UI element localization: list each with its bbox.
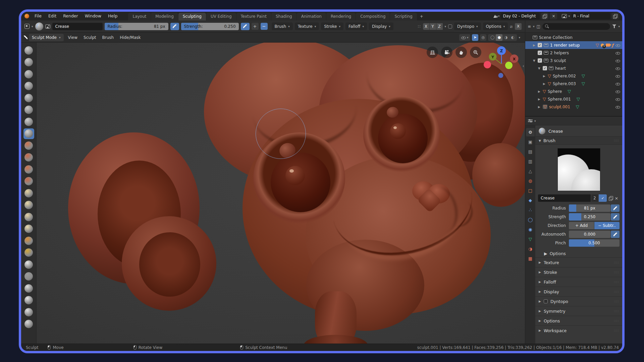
overlays-toggle-button[interactable]: ◎	[480, 34, 487, 41]
strength-slider[interactable]: Strength: 0.250	[181, 23, 239, 30]
smooth-brush[interactable]	[23, 140, 34, 151]
outliner-row-sphere-002[interactable]: ▶▽Sphere.002▽	[525, 72, 622, 80]
unlink-brush-button[interactable]: ×	[613, 196, 620, 201]
mirror-z-toggle[interactable]: Z	[436, 23, 443, 30]
menu-render[interactable]: Render	[60, 12, 82, 20]
duplicate-brush-button[interactable]	[609, 196, 613, 200]
pinch-slider[interactable]: 0.500	[569, 239, 620, 247]
draw-brush[interactable]	[23, 45, 34, 56]
physics-tab[interactable]: ◯	[526, 216, 535, 224]
tab-compositing[interactable]: Compositing	[356, 13, 390, 20]
tab-rendering[interactable]: Rendering	[326, 13, 356, 20]
strength-pressure-button[interactable]	[611, 213, 620, 221]
layer-brush[interactable]	[23, 93, 34, 103]
display-dropdown[interactable]: Display▾	[369, 22, 393, 30]
direction-subtract-button[interactable]: − Subtr..	[594, 222, 620, 229]
output-tab[interactable]: ▤	[526, 147, 535, 156]
chevron-down-icon[interactable]: ▾	[32, 25, 33, 28]
tab-modeling[interactable]: Modeling	[151, 13, 178, 20]
expand-arrow[interactable]: ▼	[532, 59, 536, 62]
chevron-down-icon[interactable]: ▾	[519, 36, 520, 39]
outliner-row-1-render-setup[interactable]: ▶✓1 render setup▽9ƒ	[525, 41, 622, 49]
shading-solid-button[interactable]: ●	[496, 34, 502, 41]
gizmo-minus-x-ball[interactable]	[484, 61, 491, 68]
navigation-gizmo[interactable]: Z Y X	[479, 43, 522, 88]
active-tool-tab[interactable]: ⚙	[526, 128, 535, 136]
panel-drag-grip[interactable]: ∷∷	[614, 290, 619, 294]
section-display[interactable]: ▶Display∷∷	[535, 287, 622, 296]
viewport-menu-sculpt[interactable]: Sculpt	[80, 33, 99, 43]
section-texture[interactable]: ▶Texture∷∷	[535, 257, 622, 267]
viewport-menu-hide-mask[interactable]: Hide/Mask	[117, 33, 144, 43]
modifiers-tab[interactable]: ◆	[526, 196, 535, 204]
radius-pressure-button[interactable]	[611, 204, 620, 212]
outliner-row-scene-collection[interactable]: Scene Collection	[525, 34, 622, 41]
hide-in-viewport-eye[interactable]	[615, 105, 620, 109]
brush-datablock-icon[interactable]	[45, 24, 50, 28]
chevron-down-icon[interactable]: ▾	[534, 119, 536, 123]
scrape-brush[interactable]	[23, 176, 34, 187]
expand-arrow[interactable]: ▶	[537, 90, 541, 93]
outliner-row-sphere-001[interactable]: ▶▽Sphere.001▽	[525, 95, 622, 103]
chevron-down-icon[interactable]: ▾	[533, 25, 535, 28]
hide-in-viewport-eye[interactable]	[615, 81, 620, 86]
expand-arrow[interactable]: ▶	[537, 98, 541, 101]
outliner-search-input[interactable]	[542, 23, 610, 30]
particles-tab[interactable]: ∴	[526, 206, 535, 214]
subsection-options[interactable]: ▶Options	[535, 249, 622, 257]
rotate-brush[interactable]	[23, 271, 34, 282]
elastic-deform-brush[interactable]	[23, 212, 34, 222]
world-tab[interactable]: ◍	[526, 177, 535, 185]
nudge-brush[interactable]	[23, 259, 34, 270]
annotate-tool[interactable]	[23, 319, 34, 329]
outliner-row-2-helpers[interactable]: ✓2 helpers	[525, 49, 622, 57]
visibility-checkbox[interactable]: ✓	[543, 66, 547, 70]
clay-strips-brush[interactable]	[23, 81, 34, 92]
delete-scene-button[interactable]: ×	[550, 13, 557, 19]
hide-in-viewport-eye[interactable]	[615, 51, 620, 55]
add-workspace-tab[interactable]: +	[417, 13, 426, 20]
gizmo-toggle-button[interactable]: ➤	[472, 34, 478, 41]
visibility-checkbox[interactable]: ✓	[538, 58, 542, 63]
direction-add-button[interactable]: +	[252, 23, 259, 30]
gizmo-x-label[interactable]: X	[513, 57, 516, 61]
expand-arrow[interactable]: ▶	[537, 105, 541, 109]
stroke-dropdown[interactable]: Stroke▾	[321, 22, 343, 30]
panel-drag-grip[interactable]: ∷∷	[614, 280, 619, 284]
tab-scripting[interactable]: Scripting	[390, 13, 417, 20]
brush-name-input[interactable]: Crease	[538, 194, 591, 202]
section-falloff[interactable]: ▶Falloff∷∷	[535, 277, 622, 287]
chevron-down-icon[interactable]: ▾	[498, 14, 500, 18]
clay-brush[interactable]	[23, 69, 34, 79]
viewport-menu-brush[interactable]: Brush	[99, 33, 117, 43]
brush-dropdown[interactable]: Brush▾	[272, 22, 293, 30]
menu-window[interactable]: Window	[82, 12, 105, 20]
outliner-editor-icon[interactable]: ≡	[528, 24, 531, 29]
direction-add-button[interactable]: + Add	[569, 222, 594, 229]
pan-nav-button[interactable]	[455, 47, 467, 58]
new-scene-button[interactable]	[541, 13, 548, 19]
mirror-y-toggle[interactable]: Y	[430, 23, 436, 30]
pinch-brush[interactable]	[23, 188, 34, 198]
radius-slider[interactable]: 81 px	[569, 204, 610, 212]
section-options[interactable]: ▶Options∷∷	[535, 316, 622, 325]
visibility-checkbox[interactable]: ✓	[538, 43, 542, 47]
outliner-row-3-sculpt[interactable]: ▼✓3 sculpt	[525, 57, 622, 64]
chevron-down-icon[interactable]: ▾	[568, 14, 570, 18]
direction-subtract-button[interactable]: −	[261, 23, 268, 30]
chevron-down-icon[interactable]: ▾	[618, 25, 620, 28]
hide-in-viewport-eye[interactable]	[615, 97, 620, 102]
visibility-dropdown[interactable]: ▾	[459, 34, 470, 41]
grab-brush[interactable]	[23, 200, 34, 210]
shading-material-button[interactable]: ◑	[502, 34, 509, 41]
tab-texture-paint[interactable]: Texture Paint	[236, 13, 271, 20]
gizmo-y-label[interactable]: Y	[491, 55, 494, 59]
viewport-menu-view[interactable]: View	[65, 33, 80, 43]
hide-in-viewport-eye[interactable]	[615, 74, 620, 78]
grid-nav-button[interactable]	[427, 47, 438, 58]
mirror-x-toggle[interactable]: X	[423, 23, 429, 30]
chevron-down-icon[interactable]: ▾	[445, 25, 446, 28]
tab-animation[interactable]: Animation	[297, 13, 326, 20]
strength-pressure-button[interactable]	[241, 23, 250, 30]
mask-brush[interactable]	[23, 283, 34, 294]
